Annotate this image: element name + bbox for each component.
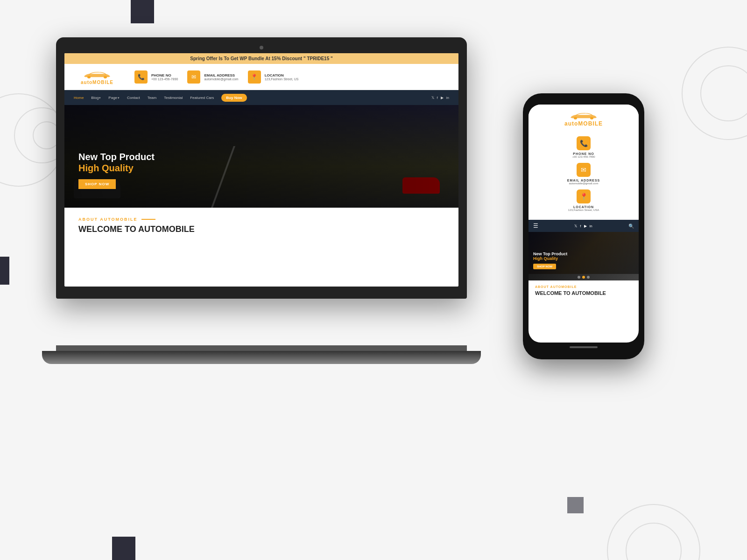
phone-home-bar [570,346,598,348]
phone-info: PHONE NO +00 123-456-7890 [151,73,178,81]
location-icon-box: 📍 [248,70,261,84]
phone-hero-title-line2: High Quality [533,256,567,261]
nav-home[interactable]: Home [74,96,84,100]
laptop-camera [260,46,263,49]
phone-hero-content: New Top Product High Quality SHOP NOW [533,252,567,269]
phone-hero-shop-button[interactable]: SHOP NOW [533,264,556,269]
phone-contact-phone: 📞 PHONE NO +00 123-456-7890 [536,136,631,158]
svg-point-3 [590,117,593,120]
email-label: EMAIL ADDRESS [204,73,238,77]
deco-square-bottom [112,537,135,560]
phone-linkedin-icon[interactable]: in [590,224,592,228]
nav-featured[interactable]: Featured Cars [190,96,214,100]
promo-banner: Spring Offer Is To Get WP Bundle At 15% … [64,53,458,64]
phone-email-label: EMAIL ADDRESS [567,179,600,182]
phone-value: +00 123-456-7890 [151,77,178,81]
phone-contact-email: ✉ EMAIL ADDRESS automobile@gmail.com [536,163,631,185]
location-label: LOCATION [265,73,299,77]
deco-square-top [131,0,154,23]
phone-slider-dots [529,274,639,280]
nav-page[interactable]: Page▾ [108,96,120,100]
phone-contacts: 📞 PHONE NO +00 123-456-7890 ✉ EMAIL ADDR… [529,133,639,220]
laptop-base [42,351,481,364]
linkedin-icon[interactable]: in [446,96,449,100]
location-info: LOCATION 123,Fashion Street, US [265,73,299,81]
phone-facebook-icon[interactable]: f [580,224,581,228]
phone-body: autoMOBILE 📞 PHONE NO +00 123-456-7890 ✉… [523,93,644,359]
phone-logo-mobile: MOBILE [578,120,603,127]
slider-dot-1[interactable] [578,276,580,279]
phone-hero-highlight: Quality [544,256,558,261]
laptop-screen: Spring Offer Is To Get WP Bundle At 15% … [64,53,458,287]
phone-icon-box: 📞 [134,70,148,84]
phone-logo: autoMOBILE [529,105,639,133]
hero-title-prefix: High [78,163,102,173]
phone-email-icon: ✉ [577,163,591,177]
email-value: automobile@gmail.com [204,77,238,81]
phone-about-section: ABOUT AUTOMOBILE WELCOME TO AUTOMOBILE [529,280,639,301]
nav-testimonial[interactable]: Testimonial [164,96,183,100]
deco-square-left [0,257,9,285]
laptop-device: Spring Offer Is To Get WP Bundle At 15% … [56,37,486,364]
hero-title-line1: New Top Product [78,151,155,162]
slider-dot-2[interactable] [582,276,585,279]
contact-location: 📍 LOCATION 123,Fashion Street, US [248,70,299,84]
phone-nav-bar: ☰ 𝕏 f ▶ in 🔍 [529,220,639,232]
phone-about-label: ABOUT AUTOMOBILE [535,285,632,288]
phone-twitter-icon[interactable]: 𝕏 [574,224,577,228]
phone-contact-location: 📍 LOCATION 123,Fashion Street, USA [536,189,631,211]
phone-nav-socials: 𝕏 f ▶ in [574,224,592,228]
hero-section: New Top Product High Quality SHOP NOW [64,105,458,208]
site-header: autoMOBILE 📞 PHONE NO +00 123-456-7890 ✉ [64,64,458,90]
logo-car-icon [81,69,113,80]
phone-phone-label: PHONE NO [573,152,594,155]
logo-auto: auto [81,80,92,85]
phone-email-value: automobile@gmail.com [569,182,599,185]
deco-square-right [567,497,584,513]
phone-device: autoMOBILE 📞 PHONE NO +00 123-456-7890 ✉… [523,93,654,378]
hero-title-line2: High Quality [78,162,155,174]
nav-cta-button[interactable]: Buy Now [221,94,247,102]
phone-location-label: LOCATION [573,205,594,209]
nav-team[interactable]: Team [148,96,157,100]
about-label: ABOUT AUTOMOBILE [78,217,444,222]
hero-title-highlight: Quality [102,163,134,173]
email-icon-box: ✉ [187,70,200,84]
phone-phone-value: +00 123-456-7890 [572,155,595,158]
phone-hero-prefix: High [533,256,544,261]
phone-hero-title-line1: New Top Product [533,252,567,256]
nav-blog[interactable]: Blog▾ [91,96,101,100]
facebook-icon[interactable]: f [437,96,438,100]
logo-text: autoMOBILE [81,80,113,85]
slider-dot-3[interactable] [587,276,590,279]
promo-banner-text: Spring Offer Is To Get WP Bundle At 15% … [190,56,332,61]
phone-search-icon[interactable]: 🔍 [628,224,634,229]
svg-point-0 [87,76,91,79]
svg-point-2 [574,117,577,120]
phone-label: PHONE NO [151,73,178,77]
phone-phone-icon: 📞 [577,136,591,150]
email-info: EMAIL ADDRESS automobile@gmail.com [204,73,238,81]
nav-contact[interactable]: Contact [127,96,140,100]
phone-location-icon: 📍 [577,189,591,203]
laptop-body: Spring Offer Is To Get WP Bundle At 15% … [56,37,467,299]
nav-socials: 𝕏 f ▶ in [431,96,449,100]
phone-logo-car-icon [567,110,600,120]
hero-shop-button[interactable]: SHOP NOW [78,179,116,189]
hamburger-menu-icon[interactable]: ☰ [533,223,538,229]
location-value: 123,Fashion Street, US [265,77,299,81]
phone-logo-text: autoMOBILE [564,120,603,127]
contact-email: ✉ EMAIL ADDRESS automobile@gmail.com [187,70,238,84]
twitter-icon[interactable]: 𝕏 [431,96,434,100]
about-title: WELCOME TO AUTOMOBILE [78,224,444,234]
youtube-icon[interactable]: ▶ [441,96,444,100]
phone-hero-section: New Top Product High Quality SHOP NOW [529,232,639,274]
site-logo: autoMOBILE [74,69,120,85]
phone-about-title: WELCOME TO AUTOMOBILE [535,290,632,296]
phone-youtube-icon[interactable]: ▶ [584,224,587,228]
laptop-hinge [56,345,467,351]
main-nav: Home Blog▾ Page▾ Contact Team Testimonia… [64,90,458,105]
phone-notch [565,93,602,102]
hero-content: New Top Product High Quality SHOP NOW [78,151,155,189]
phone-logo-auto: auto [564,120,578,127]
